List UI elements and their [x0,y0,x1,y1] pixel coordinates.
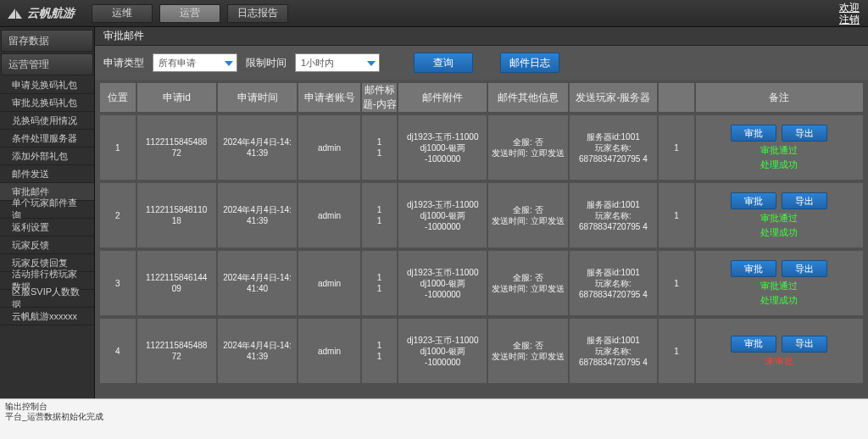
query-button[interactable]: 查询 [414,53,473,73]
cell-2-6: 全服: 否发送时间: 立即发送 [488,251,567,315]
cell-2-2: 2024年4月4日-14:41:40 [218,251,297,315]
side-item-1-5[interactable]: 邮件发送 [0,165,94,183]
cell-3-5: dj1923-玉币-11000dj1000-银两-1000000 [398,319,487,383]
col-header-7: 发送玩家-服务器 [570,83,658,112]
side-item-1-8[interactable]: 返利设置 [0,219,94,236]
status-approved: 审批通过 [760,281,798,292]
cell-2-3: admin [298,251,360,315]
col-header-2: 申请时间 [218,83,297,112]
approve-button[interactable]: 审批 [731,125,776,142]
cell-2-1: 112211584614409 [137,251,216,315]
table-row: 41122115845488722024年4月4日-14:41:39admin1… [100,319,863,383]
cell-0-1: 112211584548872 [137,115,216,180]
side-item-1-0[interactable]: 申请兑换码礼包 [0,76,94,94]
cell-1-0: 2 [100,183,136,247]
side-item-1-13[interactable]: 云帆航游xxxxxx [0,308,94,325]
cell-3-1: 112211584548872 [137,319,216,383]
export-button[interactable]: 导出 [782,125,827,142]
cell-1-4: 11 [362,183,398,247]
logout-link[interactable]: 注销 [839,14,860,25]
col-header-3: 申请者账号 [298,83,360,112]
logo-text: 云帆航游 [27,6,75,21]
status-approved: 审批通过 [760,145,798,156]
cell-3-6: 全服: 否发送时间: 立即发送 [488,319,567,383]
cell-actions-0: 审批导出审批通过处理成功 [696,115,863,180]
app-logo: 云帆航游 [7,6,75,21]
status-pending: 未审批 [765,356,793,367]
filter-type-label: 申请类型 [103,56,144,70]
side-item-1-12[interactable]: 区服SVIP人数数据 [0,290,94,308]
table-row: 11122115845488722024年4月4日-14:41:39admin1… [100,115,863,180]
col-header-5: 邮件附件 [398,83,487,112]
cell-1-1: 112211584811018 [137,183,216,247]
export-button[interactable]: 导出 [782,192,827,209]
approve-button[interactable]: 审批 [731,336,776,353]
export-button[interactable]: 导出 [782,260,827,277]
side-item-1-9[interactable]: 玩家反馈 [0,236,94,254]
cell-1-5: dj1923-玉币-11000dj1000-银两-1000000 [398,183,487,247]
status-success: 处理成功 [760,295,798,306]
cell-actions-3: 审批导出未审批 [696,319,863,383]
breadcrumb: 审批邮件 [95,27,868,46]
cell-0-0: 1 [100,115,136,180]
side-group-0[interactable]: 留存数据 [1,30,93,52]
table-row: 31122115846144092024年4月4日-14:41:40admin1… [100,251,863,315]
cell-0-8: 1 [659,115,694,180]
cell-3-8: 1 [659,319,694,383]
col-header-4: 邮件标题-内容 [362,83,398,112]
cell-1-3: admin [298,183,360,247]
mail-log-button[interactable]: 邮件日志 [500,53,559,73]
top-tab-0[interactable]: 运维 [92,4,153,23]
cell-0-5: dj1923-玉币-11000dj1000-银两-1000000 [398,115,487,180]
cell-1-8: 1 [659,183,694,247]
cell-3-4: 11 [362,319,398,383]
approve-button[interactable]: 审批 [731,192,776,209]
filter-limit-combo[interactable]: 1小时内 [295,53,380,72]
cell-1-7: 服务器id:1001玩家名称:6878834720795 4 [570,183,658,247]
col-header-0: 位置 [100,83,136,112]
cell-actions-2: 审批导出审批通过处理成功 [696,251,863,315]
console-line: 平台_运营数据初始化完成 [5,412,863,422]
top-tab-2[interactable]: 日志报告 [227,4,288,23]
cell-2-7: 服务器id:1001玩家名称:6878834720795 4 [570,251,658,315]
cell-0-3: admin [298,115,360,180]
export-button[interactable]: 导出 [782,336,827,353]
filter-type-combo[interactable]: 所有申请 [153,53,237,72]
console-panel: 输出控制台 平台_运营数据初始化完成 [0,398,868,439]
welcome-link[interactable]: 欢迎 [839,2,860,14]
col-header-6: 邮件其他信息 [488,83,567,112]
cell-2-8: 1 [659,251,694,315]
cell-2-5: dj1923-玉币-11000dj1000-银两-1000000 [398,251,487,315]
approve-button[interactable]: 审批 [731,260,776,277]
cell-3-0: 4 [100,319,136,383]
side-item-1-4[interactable]: 添加外部礼包 [0,147,94,165]
side-item-1-2[interactable]: 兑换码使用情况 [0,112,94,130]
table-row: 21122115848110182024年4月4日-14:41:39admin1… [100,183,863,247]
cell-1-6: 全服: 否发送时间: 立即发送 [488,183,567,247]
col-header-8 [659,83,694,112]
status-success: 处理成功 [760,227,798,238]
side-item-1-3[interactable]: 条件处理服务器 [0,130,94,147]
col-header-9: 备注 [696,83,863,112]
cell-3-3: admin [298,319,360,383]
cell-actions-1: 审批导出审批通过处理成功 [696,183,863,247]
cell-3-2: 2024年4月4日-14:41:39 [218,319,297,383]
cell-0-4: 11 [362,115,398,180]
cell-3-7: 服务器id:1001玩家名称:6878834720795 4 [570,319,658,383]
cell-0-2: 2024年4月4日-14:41:39 [218,115,297,180]
cell-2-0: 3 [100,251,136,315]
status-approved: 审批通过 [760,213,798,224]
side-group-1[interactable]: 运营管理 [1,53,93,75]
cell-0-6: 全服: 否发送时间: 立即发送 [488,115,567,180]
col-header-1: 申请id [137,83,216,112]
top-tab-1[interactable]: 运营 [159,4,220,23]
cell-1-2: 2024年4月4日-14:41:39 [218,183,297,247]
side-item-1-7[interactable]: 单个玩家邮件查询 [0,201,94,219]
side-item-1-1[interactable]: 审批兑换码礼包 [0,94,94,112]
status-success: 处理成功 [760,159,798,170]
filter-limit-label: 限制时间 [246,56,287,70]
sail-icon [7,8,24,19]
cell-0-7: 服务器id:1001玩家名称:6878834720795 4 [570,115,658,180]
cell-2-4: 11 [362,251,398,315]
console-line: 输出控制台 [5,402,863,412]
